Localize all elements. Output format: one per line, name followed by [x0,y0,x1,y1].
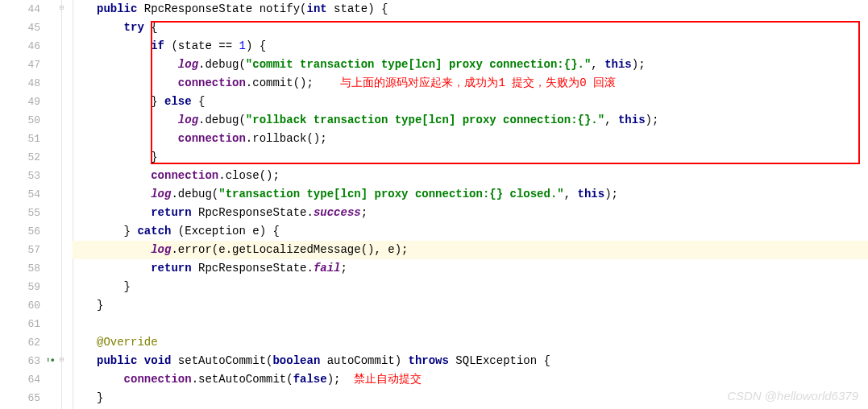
annotation-comment: 禁止自动提交 [354,373,422,386]
code-line: return RpcResponseState.success; [73,204,368,222]
line-number: 52 [0,151,40,163]
code-line: connection.setAutoCommit(false); 禁止自动提交 [73,370,422,389]
code-line: log.debug("rollback transaction type[lcn… [73,111,658,130]
line-number: 62 [0,337,40,349]
code-line: public RpcResponseState notify(int state… [73,0,388,19]
line-number: 58 [0,262,40,275]
line-number: 59 [0,281,40,293]
line-number: 53 [0,170,40,182]
fold-guide-line [61,0,62,409]
line-number: 50 [0,114,40,126]
code-line [73,315,103,333]
code-line: connection.close(); [73,167,280,185]
code-line: } [73,278,131,296]
code-line: return RpcResponseState.fail; [73,259,347,278]
line-number: 44 [0,3,40,15]
line-number: 55 [0,207,40,219]
code-line-highlighted: log.error(e.getLocalizedMessage(), e); [73,241,868,259]
code-line: } catch (Exception e) { [73,222,280,241]
code-line: log.debug("commit transaction type[lcn] … [73,56,646,74]
line-number: 49 [0,96,40,108]
code-line: try { [73,19,158,37]
line-number: 65 [0,392,40,404]
line-number: 47 [0,59,40,71]
line-number: 46 [0,40,40,52]
line-number: 56 [0,225,40,238]
code-line: } [73,148,158,167]
code-line: @Override [73,333,158,352]
watermark-text: CSDN @helloworld6379 [727,389,858,403]
code-line: } else { [73,93,205,111]
code-line: if (state == 1) { [73,37,266,56]
annotation-comment: 与上面的源码对应起来，成功为1 提交，失败为0 回滚 [340,76,616,89]
code-line: } [73,296,103,315]
code-line: public void setAutoCommit(boolean autoCo… [73,352,550,370]
code-line: log.debug("transaction type[lcn] proxy c… [73,185,618,204]
line-number: 63 [0,355,40,367]
line-number: 51 [0,133,40,145]
line-number: 45 [0,22,40,34]
line-number: 57 [0,244,40,256]
line-number: 60 [0,300,40,312]
fold-toggle-icon[interactable]: ⊟ [58,357,65,364]
code-line: connection.commit(); 与上面的源码对应起来，成功为1 提交，… [73,74,616,93]
code-line: connection.rollback(); [73,130,327,148]
code-line: } [73,389,103,407]
line-number: 48 [0,77,40,89]
gutter: 4445464748495051525354555657585960616263… [0,0,73,409]
line-number: 54 [0,188,40,200]
line-number: 61 [0,318,40,330]
code-area[interactable]: public RpcResponseState notify(int state… [73,0,868,409]
fold-toggle-icon[interactable]: ⊟ [58,5,65,12]
line-number: 64 [0,374,40,386]
override-gutter-icon[interactable]: ⬆● [46,356,55,365]
